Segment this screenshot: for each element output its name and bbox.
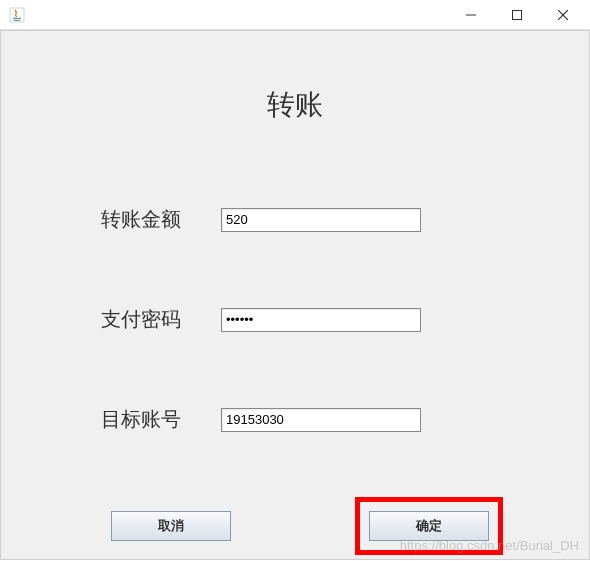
amount-input[interactable] [221,208,421,232]
page-title: 转账 [1,31,589,124]
close-button[interactable] [540,0,586,30]
row-target: 目标账号 [101,406,421,433]
confirm-button[interactable]: 确定 [369,511,489,541]
target-input[interactable] [221,408,421,432]
row-amount: 转账金额 [101,206,421,233]
maximize-button[interactable] [494,0,540,30]
minimize-button[interactable] [448,0,494,30]
content-panel: 转账 转账金额 支付密码 目标账号 取消 确定 https://blog.csd… [0,30,590,560]
watermark-text: https://blog.csdn.net/Burial_DH [400,538,579,553]
row-password: 支付密码 [101,306,421,333]
cancel-button[interactable]: 取消 [111,511,231,541]
java-icon [8,6,26,24]
svg-rect-2 [513,10,522,19]
button-row: 取消 确定 [1,511,589,541]
target-label: 目标账号 [101,406,221,433]
amount-label: 转账金额 [101,206,221,233]
password-input[interactable] [221,308,421,332]
window-titlebar [0,0,590,30]
password-label: 支付密码 [101,306,221,333]
svg-rect-0 [10,8,24,22]
